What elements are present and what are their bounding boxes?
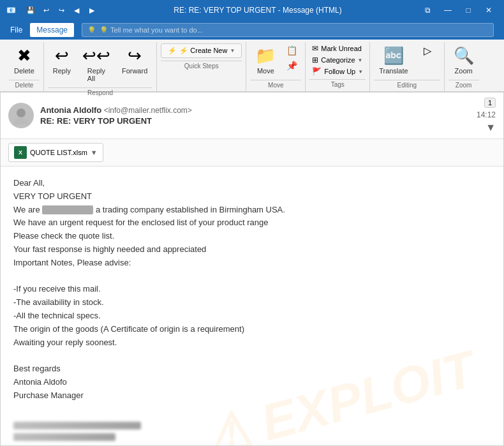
note1: -If you receive this mail. bbox=[13, 283, 491, 296]
close-button[interactable]: ✕ bbox=[478, 0, 499, 20]
rules-icon: 📌 bbox=[286, 61, 297, 70]
menu-file[interactable]: File bbox=[4, 23, 29, 37]
move-sub2[interactable]: 📌 bbox=[282, 59, 301, 73]
email-footer-blurred bbox=[13, 415, 491, 446]
undo-button[interactable]: ↩ bbox=[40, 4, 52, 17]
envelope-icon: ✉ bbox=[312, 44, 318, 53]
redacted-company bbox=[42, 205, 93, 214]
save-button[interactable]: 💾 bbox=[24, 4, 37, 17]
body-line1: We are a trading company established in … bbox=[13, 204, 491, 217]
cursor-button[interactable]: ▷ bbox=[415, 43, 440, 59]
ribbon-group-delete: ✖ Delete Delete bbox=[5, 42, 44, 91]
zoom-label: Zoom bbox=[455, 67, 473, 75]
title-bar: 📧 💾 ↩ ↪ ◀ ▶ RE: RE: VERY TOP URGENT - Me… bbox=[0, 0, 504, 20]
move-sub-buttons: 📋 📌 bbox=[282, 43, 301, 73]
redo-button[interactable]: ↪ bbox=[55, 4, 68, 17]
nav-forward-button[interactable]: ▶ bbox=[85, 4, 98, 17]
window-controls: ⧉ — □ ✕ bbox=[417, 0, 499, 20]
blurred-line-2 bbox=[13, 433, 115, 441]
body-line3: Please check the quote list. bbox=[13, 230, 491, 243]
sender-name: Antonia Aldolfo bbox=[40, 105, 101, 115]
nav-back-button[interactable]: ◀ bbox=[70, 4, 83, 17]
mark-unread-label: Mark Unread bbox=[321, 45, 362, 52]
excel-icon: X bbox=[14, 146, 27, 159]
translate-label: Translate bbox=[379, 67, 408, 75]
create-new-label: ⚡ Create New bbox=[179, 47, 227, 55]
email-subject: RE: RE: VERY TOP URGENT bbox=[40, 116, 470, 126]
mark-unread-button[interactable]: ✉ Mark Unread bbox=[309, 43, 366, 54]
move-icon: 📁 bbox=[255, 46, 276, 66]
sender-email: <info@mailer.netflix.com> bbox=[104, 106, 192, 115]
window-title: RE: RE: VERY TOP URGENT - Message (HTML) bbox=[98, 6, 417, 15]
regards: Best regards bbox=[13, 362, 491, 376]
follow-up-label: Follow Up bbox=[324, 68, 355, 75]
greeting: Dear All, bbox=[13, 177, 491, 190]
maximize-button[interactable]: □ bbox=[458, 0, 478, 20]
follow-up-button[interactable]: 🚩 Follow Up ▼ bbox=[309, 66, 366, 77]
tags-buttons: ✉ Mark Unread ⊞ Categorize ▼ 🚩 Follow Up… bbox=[309, 43, 366, 77]
categorize-button[interactable]: ⊞ Categorize ▼ bbox=[309, 55, 366, 65]
zoom-button[interactable]: 🔍 Zoom bbox=[448, 43, 479, 77]
ribbon-group-tags: ✉ Mark Unread ⊞ Categorize ▼ 🚩 Follow Up… bbox=[306, 42, 370, 91]
email-count: 1 bbox=[484, 98, 496, 108]
ribbon-group-editing: 🔤 Translate ▷ Editing bbox=[370, 42, 444, 91]
create-new-button[interactable]: ⚡ ⚡ Create New ▼ bbox=[161, 43, 242, 58]
grid-icon: ⊞ bbox=[312, 56, 318, 64]
reply-all-icon: ↩↩ bbox=[82, 46, 110, 66]
reply-button[interactable]: ↩ Reply bbox=[48, 43, 76, 77]
svg-point-0 bbox=[17, 108, 26, 117]
attachment-bar: X QUOTE LIST.xlsm ▼ bbox=[1, 139, 503, 167]
reply-all-label: ReplyAll bbox=[87, 67, 105, 82]
ribbon-group-move: 📁 Move 📋 📌 Move bbox=[246, 42, 306, 91]
email-header-right: 1 14:12 ▼ bbox=[477, 98, 496, 133]
reply-all-button[interactable]: ↩↩ ReplyAll bbox=[77, 43, 115, 85]
move-sub1[interactable]: 📋 bbox=[282, 43, 301, 57]
reply-icon: ↩ bbox=[55, 46, 69, 66]
attachment-item[interactable]: X QUOTE LIST.xlsm ▼ bbox=[8, 143, 103, 162]
attachment-dropdown[interactable]: ▼ bbox=[91, 149, 98, 156]
zoom-buttons: 🔍 Zoom bbox=[448, 43, 479, 77]
minimize-button[interactable]: — bbox=[438, 0, 458, 20]
email-time: 14:12 bbox=[477, 110, 496, 119]
move-group-label: Move bbox=[250, 80, 301, 90]
forward-label: Forward bbox=[122, 67, 147, 75]
note2: -The availability in stock. bbox=[13, 296, 491, 309]
attachment-filename: QUOTE LIST.xlsm bbox=[30, 149, 87, 156]
body-line4: Your fast response is highly needed and … bbox=[13, 243, 491, 256]
expand-icon: ▼ bbox=[230, 48, 235, 54]
quicksteps-group-label: Quick Steps bbox=[161, 61, 242, 71]
ribbon-group-respond: ↩ Reply ↩↩ ReplyAll ↪ Forward Respond bbox=[44, 42, 157, 91]
respond-group-label: Respond bbox=[48, 87, 152, 98]
expand-button[interactable]: ▼ bbox=[485, 122, 496, 133]
delete-group-label: Delete bbox=[9, 80, 40, 90]
translate-button[interactable]: 🔤 Translate bbox=[374, 43, 413, 77]
categorize-label: Categorize bbox=[321, 56, 355, 64]
move-buttons: 📁 Move 📋 📌 bbox=[250, 43, 301, 77]
delete-button[interactable]: ✖ Delete bbox=[9, 43, 40, 77]
ribbon: ✖ Delete Delete ↩ Reply ↩↩ ReplyAll ↪ Fo… bbox=[0, 40, 504, 92]
restore-button[interactable]: ⧉ bbox=[417, 0, 438, 20]
editing-buttons: 🔤 Translate ▷ bbox=[374, 43, 440, 77]
blurred-line-1 bbox=[13, 422, 141, 429]
categorize-move-icon: 📋 bbox=[286, 46, 297, 55]
body-line5: Important Notes, Please advise: bbox=[13, 256, 491, 270]
search-bar[interactable]: 💡 💡 Tell me what you want to do... bbox=[82, 23, 494, 37]
email-header-info: Antonia Aldolfo <info@mailer.netflix.com… bbox=[40, 105, 470, 126]
reply-label: Reply bbox=[53, 67, 71, 75]
menu-message[interactable]: Message bbox=[30, 23, 74, 37]
outlook-icon: 📧 bbox=[5, 4, 17, 16]
title-bar-controls: 💾 ↩ ↪ ◀ ▶ bbox=[24, 4, 98, 17]
menu-bar: File Message 💡 💡 Tell me what you want t… bbox=[0, 20, 504, 40]
title-bar-left: 📧 💾 ↩ ↪ ◀ ▶ bbox=[5, 4, 98, 17]
sender-line: Antonia Aldolfo <info@mailer.netflix.com… bbox=[40, 105, 470, 115]
forward-button[interactable]: ↪ Forward bbox=[117, 43, 152, 77]
ribbon-group-quicksteps: ⚡ ⚡ Create New ▼ Quick Steps bbox=[157, 42, 246, 91]
ribbon-group-zoom: 🔍 Zoom Zoom bbox=[445, 42, 483, 91]
translate-icon: 🔤 bbox=[383, 46, 404, 66]
lightning-icon: ⚡ bbox=[168, 47, 177, 55]
tags-column: ✉ Mark Unread ⊞ Categorize ▼ 🚩 Follow Up… bbox=[309, 43, 366, 77]
move-label: Move bbox=[257, 67, 274, 75]
move-button[interactable]: 📁 Move bbox=[250, 43, 281, 77]
body-line2: We have an urgent request for the enclos… bbox=[13, 216, 491, 230]
email-header: Antonia Aldolfo <info@mailer.netflix.com… bbox=[1, 93, 503, 139]
